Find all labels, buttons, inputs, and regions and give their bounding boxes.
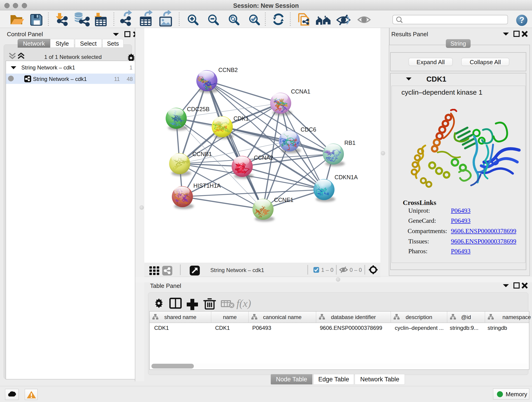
svg-text:CDKN1A: CDKN1A: [335, 174, 358, 180]
svg-text:CCNA2: CCNA2: [254, 154, 273, 161]
svg-text:HIST1H1A: HIST1H1A: [193, 182, 221, 189]
svg-text:CCNE1: CCNE1: [274, 197, 293, 203]
svg-text:CCNB1: CCNB1: [192, 151, 212, 157]
svg-text:String Network – cdk1: String Network – cdk1: [210, 267, 264, 273]
svg-text:CDK1: CDK1: [234, 115, 249, 122]
svg-text:CCNB2: CCNB2: [218, 67, 238, 73]
svg-text:CDC6: CDC6: [301, 126, 316, 133]
svg-text:RB1: RB1: [344, 140, 355, 146]
svg-text:1 – 0: 1 – 0: [321, 267, 333, 273]
svg-text:CCNA1: CCNA1: [291, 88, 310, 95]
svg-text:f(x): f(x): [236, 298, 251, 309]
svg-text:0 – 0: 0 – 0: [350, 267, 362, 273]
svg-text:CDC25B: CDC25B: [187, 106, 210, 112]
